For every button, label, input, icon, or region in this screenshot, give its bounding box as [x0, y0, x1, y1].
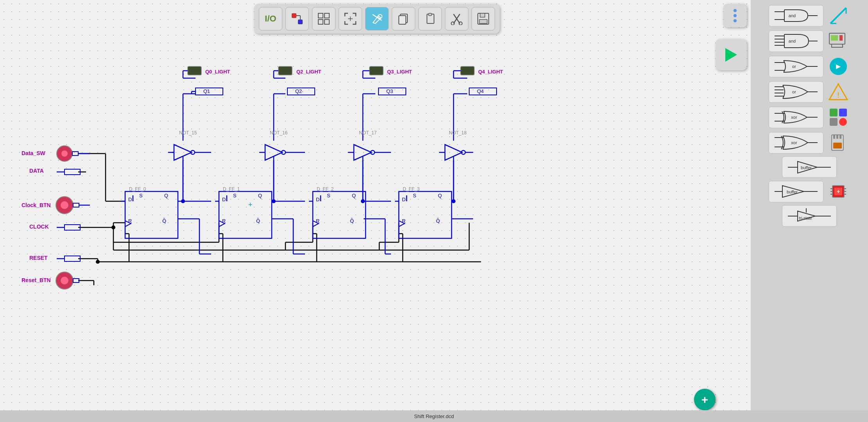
svg-rect-164	[73, 203, 79, 207]
tools-button[interactable]	[365, 7, 389, 30]
warning-triangle-icon[interactable]: !	[827, 80, 850, 104]
svg-rect-145	[378, 88, 406, 95]
svg-point-103	[191, 150, 195, 154]
xor-gate-black[interactable]: xor	[769, 107, 823, 128]
svg-point-182	[452, 199, 456, 203]
fit-button[interactable]	[339, 7, 362, 30]
paste-button[interactable]	[418, 7, 442, 30]
or-gate-black[interactable]: or	[769, 56, 823, 77]
teal-circle-icon[interactable]: ▶	[827, 55, 850, 78]
chip-icon[interactable]: +	[827, 180, 850, 203]
svg-text:D: D	[402, 197, 405, 202]
display-icon[interactable]	[827, 29, 850, 53]
svg-text:Q̄: Q̄	[350, 218, 354, 224]
main-toolbar: I/O	[254, 4, 500, 34]
add-icon: +	[701, 393, 708, 406]
svg-text:R: R	[128, 218, 132, 224]
svg-text:Q̄: Q̄	[436, 218, 440, 224]
svg-rect-150	[461, 66, 474, 75]
tri-state-gate[interactable]: tri-state	[782, 205, 837, 227]
svg-line-216	[830, 8, 846, 23]
copy-button[interactable]	[392, 7, 415, 30]
svg-text:and: and	[789, 39, 796, 43]
svg-text:D: D	[128, 197, 132, 202]
gate-row-xor-b: xor	[769, 106, 850, 129]
io-button[interactable]: I/O	[259, 7, 282, 30]
buffer-gate-black[interactable]: buffer	[782, 156, 837, 178]
svg-point-170	[56, 272, 73, 289]
or-gate-wide[interactable]: or	[769, 81, 823, 103]
gate-row-or-w: or !	[769, 80, 850, 104]
svg-rect-166	[65, 225, 80, 230]
and-gate-wide[interactable]: and	[769, 30, 823, 52]
svg-text:D_FF_3: D_FF_3	[403, 186, 420, 192]
buffer-gate-wide[interactable]: buffer	[769, 181, 823, 202]
svg-text:tri-state: tri-state	[799, 216, 812, 220]
svg-point-162	[56, 197, 73, 214]
gate-row-xor-w: xor	[769, 131, 850, 154]
wire-tool-icon[interactable]	[827, 4, 850, 27]
svg-text:S: S	[327, 193, 330, 198]
svg-text:D: D	[316, 197, 319, 202]
svg-text:▶: ▶	[836, 63, 841, 70]
svg-text:Q3_LIGHT: Q3_LIGHT	[387, 69, 412, 75]
svg-text:D_FF_0: D_FF_0	[129, 186, 146, 192]
svg-rect-251	[830, 109, 838, 116]
svg-point-171	[61, 277, 68, 284]
svg-point-125	[461, 150, 465, 154]
svg-text:R: R	[316, 218, 319, 224]
svg-rect-80	[219, 191, 272, 238]
svg-text:NOT_17: NOT_17	[359, 130, 377, 136]
svg-rect-168	[65, 256, 80, 261]
svg-rect-252	[839, 109, 847, 116]
svg-text:buffer: buffer	[801, 165, 812, 170]
svg-rect-206	[480, 13, 485, 17]
play-button[interactable]	[716, 39, 747, 70]
svg-text:DATA: DATA	[29, 168, 44, 174]
svg-rect-231	[831, 35, 838, 41]
svg-text:Q: Q	[164, 193, 168, 198]
svg-rect-230	[832, 44, 843, 47]
svg-point-118	[371, 150, 375, 154]
svg-rect-139	[287, 88, 315, 95]
gate-row-tri-state: tri-state	[782, 205, 837, 227]
svg-text:Reset_BTN: Reset_BTN	[22, 277, 51, 283]
svg-rect-198	[399, 16, 406, 24]
svg-rect-185	[292, 13, 296, 18]
svg-text:Q0_LIGHT: Q0_LIGHT	[205, 69, 230, 75]
svg-point-184	[96, 260, 100, 264]
grid-button[interactable]	[312, 7, 335, 30]
svg-rect-151	[469, 88, 497, 95]
dot2	[733, 14, 737, 17]
sd-card-icon[interactable]	[827, 131, 850, 154]
svg-marker-102	[174, 145, 192, 160]
svg-rect-192	[325, 20, 329, 24]
svg-rect-138	[278, 66, 292, 75]
more-menu-button[interactable]	[723, 4, 747, 27]
svg-rect-158	[72, 152, 78, 156]
xor-gate-wide[interactable]: xor	[769, 132, 823, 154]
svg-rect-261	[836, 135, 838, 139]
dot1	[733, 9, 737, 12]
circuit-canvas[interactable]: D S Q R Q̄ D_FF_0 D S Q R Q̄ D_FF_1 + D …	[0, 0, 751, 422]
svg-rect-172	[73, 279, 79, 283]
and-gate-black[interactable]: and	[769, 5, 823, 27]
svg-text:or: or	[792, 89, 796, 94]
cut-button[interactable]	[445, 7, 468, 30]
svg-text:Q̄: Q̄	[162, 218, 166, 224]
svg-text:S: S	[413, 193, 416, 198]
svg-point-254	[839, 118, 847, 126]
svg-point-179	[181, 199, 185, 203]
svg-text:Clock_BTN: Clock_BTN	[22, 202, 51, 208]
svg-text:CLOCK: CLOCK	[29, 224, 49, 230]
svg-rect-186	[298, 20, 303, 24]
svg-text:RESET: RESET	[29, 255, 48, 261]
save-button[interactable]	[472, 7, 495, 30]
svg-rect-131	[195, 88, 223, 95]
color-blocks-icon[interactable]	[827, 106, 850, 129]
svg-marker-124	[445, 145, 462, 160]
svg-text:Q: Q	[438, 193, 442, 198]
connect-button[interactable]	[285, 7, 309, 30]
add-component-button[interactable]: +	[694, 389, 716, 410]
svg-text:Q: Q	[258, 193, 262, 198]
